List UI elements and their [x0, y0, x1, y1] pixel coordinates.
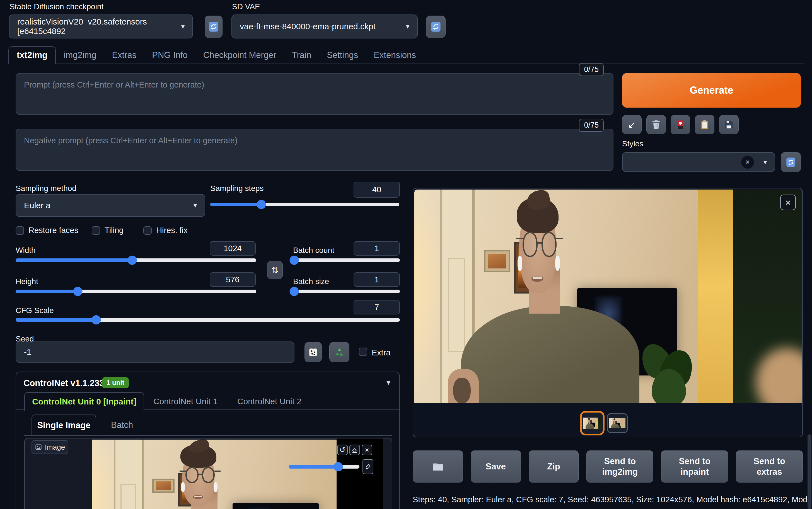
dice-icon	[307, 346, 319, 358]
close-icon: ×	[365, 446, 369, 454]
cfg-scale-knob[interactable]	[92, 315, 101, 325]
controlnet-collapse-button[interactable]: ▼	[385, 378, 392, 387]
styles-refresh-button[interactable]	[781, 152, 801, 172]
height-value[interactable]: 576	[210, 272, 256, 287]
generate-button[interactable]: Generate	[622, 73, 801, 108]
tab-txt2img[interactable]: txt2img	[8, 46, 56, 64]
width-value[interactable]: 1024	[210, 241, 256, 256]
result-thumbnail-2[interactable]	[607, 413, 628, 433]
sampling-steps-label: Sampling steps	[210, 184, 264, 193]
checkpoint-refresh-button[interactable]	[205, 15, 223, 38]
batch-size-knob[interactable]	[290, 287, 299, 296]
sampling-steps-value[interactable]: 40	[353, 182, 400, 198]
batch-count-value[interactable]: 1	[353, 241, 400, 256]
seed-input[interactable]	[15, 341, 295, 363]
send-to-inpaint-button[interactable]: Send to inpaint	[661, 450, 728, 482]
controlnet-image-widget[interactable]: Image	[24, 438, 392, 509]
interrogate-arrow-button[interactable]: ↙	[622, 115, 642, 134]
width-knob[interactable]	[128, 256, 137, 265]
tiling-checkbox[interactable]	[92, 226, 100, 235]
brush-size-knob[interactable]	[334, 462, 343, 471]
seed-field-wrap	[15, 341, 295, 363]
send-to-img2img-button[interactable]: Send to img2img	[586, 450, 653, 482]
result-thumbnail-selected[interactable]	[580, 411, 605, 435]
vae-select[interactable]: vae-ft-mse-840000-ema-pruned.ckpt ▾	[231, 14, 418, 38]
swap-dimensions-button[interactable]: ⇅	[267, 261, 283, 279]
vae-label: SD VAE	[232, 2, 260, 11]
tab-train[interactable]: Train	[284, 47, 319, 64]
tab-checkpoint-merger[interactable]: Checkpoint Merger	[196, 47, 284, 64]
batch-tab[interactable]: Batch	[111, 420, 133, 430]
width-slider[interactable]	[15, 255, 256, 265]
zip-button[interactable]: Zip	[529, 450, 579, 482]
result-image[interactable]	[414, 190, 802, 403]
erase-sketch-button[interactable]	[349, 445, 360, 455]
sampling-steps-slider[interactable]	[210, 200, 399, 209]
save-style-button[interactable]	[719, 115, 739, 134]
styles-clear-button[interactable]: ×	[741, 156, 754, 169]
close-icon: ×	[785, 197, 791, 208]
main-tab-bar: txt2img img2img Extras PNG Info Checkpoi…	[8, 47, 804, 64]
remove-image-button[interactable]: ×	[362, 445, 372, 455]
arrow-down-left-icon: ↙	[628, 119, 636, 130]
tab-settings[interactable]: Settings	[319, 47, 366, 64]
batch-size-value[interactable]: 1	[353, 272, 400, 287]
negative-prompt-input[interactable]	[15, 129, 613, 171]
cfg-scale-slider[interactable]	[15, 315, 400, 325]
tab-img2img[interactable]: img2img	[56, 47, 104, 64]
controlnet-unit0-tab[interactable]: ControlNet Unit 0 [Inpaint]	[24, 392, 144, 411]
close-preview-button[interactable]: ×	[780, 195, 796, 210]
tiling-option: Tiling	[92, 226, 124, 235]
controlnet-unit2-tab[interactable]: ControlNet Unit 2	[237, 397, 301, 406]
restore-faces-label: Restore faces	[28, 226, 78, 235]
generation-info-text: Steps: 40, Sampler: Euler a, CFG scale: …	[413, 495, 809, 504]
clear-prompt-button[interactable]	[646, 115, 666, 134]
result-panel: ×	[413, 188, 803, 437]
undo-sketch-button[interactable]: ↺	[337, 445, 348, 455]
vae-refresh-button[interactable]	[426, 15, 446, 38]
batch-count-knob[interactable]	[290, 256, 299, 265]
open-folder-button[interactable]	[413, 450, 463, 482]
hires-fix-checkbox[interactable]	[143, 226, 152, 235]
sampling-method-label: Sampling method	[15, 184, 76, 193]
extra-seed-checkbox[interactable]	[359, 348, 367, 356]
checkpoint-select[interactable]: realisticVisionV20_v20.safetensors [e641…	[9, 14, 193, 38]
extra-networks-button[interactable]	[671, 115, 690, 134]
brush-icon	[365, 463, 371, 470]
page-scrollbar[interactable]	[808, 434, 811, 509]
save-button[interactable]: Save	[471, 450, 521, 482]
image-widget-label: Image	[45, 443, 65, 451]
tab-png-info[interactable]: PNG Info	[144, 47, 196, 64]
undo-icon: ↺	[339, 446, 345, 454]
batch-count-slider[interactable]	[293, 255, 400, 265]
reuse-seed-button[interactable]	[329, 342, 349, 362]
image-widget-tab[interactable]: Image	[32, 440, 68, 454]
controlnet-unit1-tab[interactable]: ControlNet Unit 1	[154, 397, 217, 406]
tab-extensions[interactable]: Extensions	[366, 47, 424, 64]
sampling-steps-knob[interactable]	[257, 200, 266, 209]
brush-size-slider[interactable]	[289, 462, 360, 471]
refresh-icon	[431, 21, 441, 33]
tiling-label: Tiling	[105, 226, 124, 235]
random-seed-button[interactable]	[305, 342, 322, 362]
batch-size-slider[interactable]	[293, 286, 400, 296]
send-to-extras-button[interactable]: Send to extras	[736, 450, 803, 482]
sampling-method-select[interactable]: Euler a ▾	[15, 194, 205, 217]
styles-select[interactable]: × ▾	[622, 152, 775, 172]
brush-color-button[interactable]	[363, 459, 373, 474]
tab-extras[interactable]: Extras	[104, 47, 144, 64]
trash-icon	[650, 119, 662, 130]
height-slider[interactable]	[15, 286, 256, 296]
folder-icon	[431, 460, 444, 473]
result-actions-row: Save Zip Send to img2img Send to inpaint…	[413, 450, 803, 482]
prompt-input[interactable]	[15, 73, 613, 115]
height-knob[interactable]	[73, 287, 82, 296]
paste-generation-params-button[interactable]	[695, 115, 714, 134]
restore-faces-checkbox[interactable]	[15, 226, 24, 235]
recycle-icon	[334, 346, 345, 358]
single-image-tab[interactable]: Single Image	[32, 414, 96, 436]
cfg-scale-value[interactable]: 7	[353, 300, 400, 314]
clipboard-icon	[699, 119, 710, 130]
controlnet-source-image[interactable]	[92, 440, 337, 509]
image-icon	[35, 443, 42, 451]
